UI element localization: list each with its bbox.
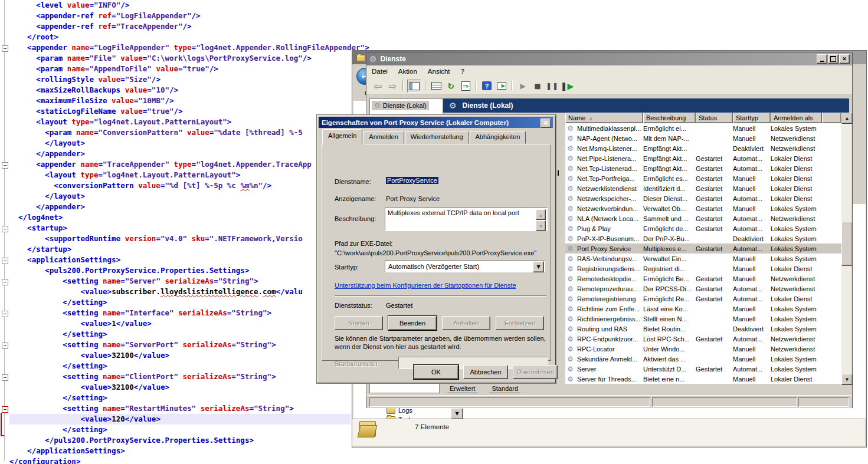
starttyp-select[interactable]: Automatisch (Verzögerter Start) ▼ [385, 260, 545, 272]
service-row[interactable]: ⚙Routing und RASBietet Routin...Deaktivi… [565, 324, 841, 334]
tree-item-dienste-lokal[interactable]: ⚙ Dienste (Lokal) [372, 101, 429, 110]
back-icon[interactable]: ⇦ [371, 80, 384, 92]
fold-toggle-icon[interactable] [2, 374, 8, 381]
service-row[interactable]: ⚙Port Proxy ServiceMultiplexes e...Gesta… [565, 243, 841, 254]
forward-icon[interactable]: ⇨ [386, 80, 399, 92]
starten-button[interactable]: Starten [335, 316, 383, 330]
services-gear-icon: ⚙ [565, 305, 577, 313]
pause-icon[interactable]: ❚❚ [546, 80, 559, 92]
service-starttype: Automat... [733, 165, 771, 172]
refresh-icon[interactable]: ↻ [444, 80, 457, 92]
help-icon[interactable]: ? [480, 80, 493, 92]
fold-toggle-icon[interactable] [2, 279, 8, 285]
column-header-name[interactable]: Name▲ [565, 113, 643, 123]
service-row[interactable]: ⚙Multimediaklassenpl...Ermöglicht ei...M… [565, 123, 841, 133]
tab-erweitert[interactable]: Erweitert [442, 383, 483, 393]
service-row[interactable]: ⚙Remotedesktopdie...Ermöglicht Be...Gest… [565, 274, 841, 284]
ok-button[interactable]: OK [414, 365, 458, 379]
service-row[interactable]: ⚙Registrierungsdiens...Registriert di...… [565, 264, 841, 274]
toolbar-separator [402, 81, 404, 91]
fold-toggle-icon[interactable] [2, 162, 8, 169]
beschreibung-field[interactable]: Multiplexes external TCP/IP data on loca… [385, 208, 548, 231]
tab-wiederherstellung[interactable]: Wiederherstellung [405, 131, 469, 144]
service-row[interactable]: ⚙RPC-LocatorUnter Windo...ManuellNetzwer… [565, 344, 841, 354]
scroll-up-button[interactable]: ▲ [536, 209, 546, 220]
service-row[interactable]: ⚙Richtlinie zum Entfe...Lässt eine Ko...… [565, 304, 841, 314]
service-row[interactable]: ⚙Richtlinienergebniss...Stellt einen N..… [565, 314, 841, 324]
export-list-icon[interactable]: ⇒ [459, 80, 472, 92]
tab-anmelden[interactable]: Anmelden [363, 131, 404, 144]
code-line: </appender> [9, 149, 351, 159]
menu-item-ansicht[interactable]: Ansicht [422, 67, 456, 76]
service-row[interactable]: ⚙Remoteprozedurau...Der RPCSS-Di...Gesta… [565, 284, 841, 294]
maximize-button[interactable] [828, 54, 838, 64]
dropdown-button[interactable]: ▼ [451, 408, 463, 419]
scroll-down-button[interactable]: ▼ [536, 221, 546, 231]
service-description: Sammelt und ... [643, 215, 696, 222]
code-line: <layout type="log4net.Layout.PatternLayo… [9, 117, 351, 127]
properties-icon[interactable] [430, 80, 443, 92]
menu-item-datei[interactable]: Datei [366, 67, 393, 76]
scrollbar-thumb[interactable] [841, 222, 853, 266]
fold-toggle-icon[interactable] [2, 311, 8, 317]
service-description: Unter Windo... [643, 345, 696, 353]
menu-item-[interactable]: ? [456, 67, 470, 76]
stop-icon[interactable]: ■ [531, 80, 544, 92]
fold-toggle-icon[interactable] [2, 258, 8, 264]
service-row[interactable]: ⚙PnP-X-IP-Busenum...Der PnP-X-Bu...Deakt… [565, 233, 841, 243]
tab-standard[interactable]: Standard [484, 383, 526, 393]
service-row[interactable]: ⚙ServerUnterstützt D...GestartetAutomat.… [565, 364, 841, 374]
abbrechen-button[interactable]: Abbrechen [463, 365, 508, 379]
column-header-starttyp[interactable]: Starttyp [733, 113, 771, 123]
tab-allgemein[interactable]: Allgemein [322, 129, 362, 145]
show-tree-icon[interactable] [407, 80, 421, 93]
service-row[interactable]: ⚙Netzwerkverbindun...Verwaltet Ob...Gest… [565, 203, 841, 213]
restart-icon[interactable]: ❚▶ [561, 80, 574, 92]
fortsetzen-button[interactable]: Fortsetzen [496, 316, 544, 330]
service-row[interactable]: ⚙Net.Pipe-Listenera...Empfängt Akt...Ges… [565, 153, 841, 163]
code-line: <maximumFileSize value="10MB"/> [9, 96, 351, 106]
scroll-down-button[interactable]: ▼ [841, 374, 853, 385]
services-gear-icon: ⚙ [565, 215, 577, 223]
dienstname-label: Dienstname: [335, 178, 371, 185]
service-row[interactable]: ⚙Net.Msmq-Listener...Empfängt Akt...Deak… [565, 143, 841, 153]
column-header-status[interactable]: Status [696, 113, 733, 123]
service-row[interactable]: ⚙RPC-Endpunktzuor...Löst RPC-Sch...Gesta… [565, 334, 841, 344]
menu-item-aktion[interactable]: Aktion [393, 67, 422, 76]
services-titlebar[interactable]: ⚙ Dienste ✕ [366, 52, 852, 65]
service-name: Server für Threads... [577, 376, 643, 383]
fold-toggle-icon[interactable] [2, 343, 8, 349]
service-row[interactable]: ⚙Net.Tcp-Portfreiga...Ermöglicht es...Ge… [565, 173, 841, 183]
extended-view-icon[interactable]: ▶ [495, 80, 508, 92]
service-description: Empfängt Akt... [643, 145, 696, 152]
start-icon[interactable]: ▶ [516, 80, 529, 92]
close-button[interactable]: ✕ [839, 54, 850, 64]
anhalten-button[interactable]: Anhalten [442, 316, 490, 330]
service-row[interactable]: ⚙RemoteregistrierungErmöglicht Re...Gest… [565, 294, 841, 304]
fold-toggle-icon[interactable] [2, 226, 8, 232]
tab-abhngigkeiten[interactable]: Abhängigkeiten [470, 131, 526, 144]
service-row[interactable]: ⚙NetzwerklistendienstIdentifiziert d...G… [565, 183, 841, 193]
service-row[interactable]: ⚙NAP-Agent (Netwo...Mit dem NAP-...Manue… [565, 133, 841, 143]
services-gear-icon: ⚙ [565, 365, 577, 373]
service-row[interactable]: ⚙Plug & PlayErmöglicht de...GestartetAut… [565, 223, 841, 233]
close-button[interactable]: ✕ [541, 119, 551, 128]
startoptions-help-link[interactable]: Unterstützung beim Konfigurieren der Sta… [335, 282, 516, 289]
beenden-button[interactable]: Beenden [388, 316, 437, 330]
fold-toggle-icon[interactable] [2, 406, 8, 413]
fold-toggle-icon[interactable] [2, 45, 8, 52]
vertical-scrollbar[interactable]: ▲ ▼ [841, 113, 851, 384]
service-row[interactable]: ⚙NLA (Network Loca...Sammelt und ...Gest… [565, 213, 841, 223]
column-header-anmeldenals[interactable]: Anmelden als [771, 113, 822, 123]
dialog-titlebar[interactable]: Eigenschaften von Port Proxy Service (Lo… [319, 117, 553, 128]
service-starttype: Automat... [733, 366, 771, 373]
service-row[interactable]: ⚙Net.Tcp-Listenerad...Empfängt Akt...Ges… [565, 163, 841, 173]
service-row[interactable]: ⚙Server für Threads...Bietet eine n...Ma… [565, 374, 841, 384]
scroll-up-button[interactable]: ▲ [841, 113, 853, 124]
minimize-button[interactable] [817, 54, 827, 64]
column-header-beschreibung[interactable]: Beschreibung [643, 113, 696, 123]
service-row[interactable]: ⚙Netzwerkspeicher-...Dieser Dienst...Ges… [565, 193, 841, 203]
service-row[interactable]: ⚙RAS-Verbindungsv...Verwaltet Ein...Manu… [565, 254, 841, 264]
uebernehmen-button[interactable]: Übernehmen [513, 365, 558, 379]
service-row[interactable]: ⚙Sekundäre Anmeld...Aktiviert das ...Man… [565, 354, 841, 364]
